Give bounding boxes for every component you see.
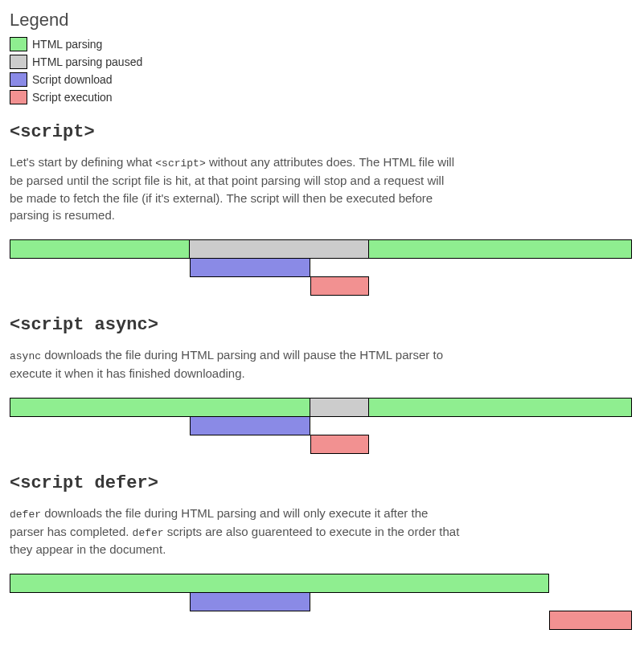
heading-defer: <script defer> [10,473,634,493]
segment-execution [549,611,632,630]
legend-item-paused: HTML parsing paused [10,55,634,69]
segment-parsing [369,239,632,259]
legend-label: HTML parsing [32,38,102,51]
timeline-row [10,416,632,435]
timeline-row [10,239,632,259]
spacer [10,416,190,435]
inline-code: defer [10,509,41,521]
segment-execution [310,435,369,454]
heading-plain: <script> [10,122,634,142]
desc-plain: Let's start by defining what <script> wi… [10,153,460,224]
timeline-row [10,258,632,277]
legend-item-download: Script download [10,72,634,87]
spacer [10,276,310,296]
heading-async: <script async> [10,315,634,335]
timeline-row [10,276,632,296]
legend-label: Script execution [32,91,113,104]
section-plain-script: <script> Let's start by defining what <s… [10,122,634,296]
legend-item-execution: Script execution [10,90,634,104]
desc-async: async downloads the file during HTML par… [10,346,460,382]
timeline-defer [10,574,632,630]
segment-parsing [10,574,549,593]
inline-code: <script> [155,157,205,170]
legend-item-parsing: HTML parsing [10,37,634,51]
segment-paused [310,398,369,417]
section-defer-script: <script defer> defer downloads the file … [10,473,634,630]
segment-download [190,258,310,277]
segment-parsing [10,398,310,417]
swatch-parsing [10,37,27,51]
timeline-row [10,574,632,593]
legend-title: Legend [10,10,634,31]
legend-items: HTML parsing HTML parsing paused Script … [10,37,634,104]
desc-defer: defer downloads the file during HTML par… [10,505,460,558]
legend-label: Script download [32,73,113,86]
timeline-row [10,592,632,611]
segment-download [190,416,310,435]
segment-parsing [369,398,632,417]
swatch-download [10,72,27,87]
timeline-row [10,611,632,630]
segment-execution [310,276,369,296]
timeline-async [10,398,632,454]
segment-paused [190,239,369,259]
section-async-script: <script async> async downloads the file … [10,315,634,454]
spacer [10,435,310,454]
inline-code: async [10,350,41,362]
swatch-execution [10,90,27,104]
spacer [10,592,190,611]
swatch-paused [10,55,27,69]
spacer [10,611,549,630]
inline-code: defer [133,527,164,539]
legend-label: HTML parsing paused [32,55,142,68]
spacer [10,258,190,277]
timeline-row [10,398,632,417]
timeline-row [10,435,632,454]
text: Let's start by defining what [10,155,155,169]
text: downloads the file during HTML parsing a… [10,348,443,380]
segment-download [190,592,310,611]
timeline-plain [10,239,632,296]
segment-parsing [10,239,190,259]
